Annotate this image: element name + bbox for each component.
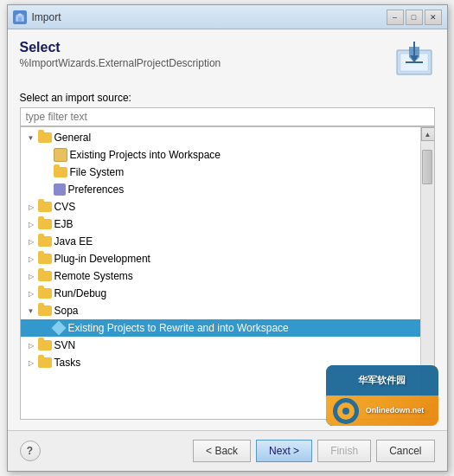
- tree-item-cvs[interactable]: ▷ CVS: [21, 198, 420, 215]
- tree-item-file-system-label: File System: [70, 166, 125, 178]
- existing-projects-icon: [54, 148, 67, 162]
- expand-arrow-java-ee: ▷: [26, 236, 36, 247]
- title-bar-left: Import: [13, 10, 61, 24]
- tree-item-remote[interactable]: ▷ Remote Systems: [21, 267, 420, 285]
- tree-item-tasks-label: Tasks: [54, 357, 81, 369]
- tree-item-rundebug-label: Run/Debug: [54, 287, 107, 299]
- next-button[interactable]: Next >: [256, 440, 312, 462]
- source-label: Select an import source:: [20, 92, 435, 104]
- expand-arrow-ejb: ▷: [26, 219, 36, 229]
- tree-item-svn[interactable]: ▷ SVN: [21, 337, 420, 354]
- tree-item-svn-label: SVN: [54, 339, 76, 351]
- expand-arrow-plugin: ▷: [26, 254, 36, 264]
- watermark-overlay: 华军软件园 Onlinedown.net: [326, 365, 438, 426]
- tree-item-existing-projects[interactable]: ▷ Existing Projects into Workspace: [21, 146, 420, 164]
- tree-item-existing-rewrite[interactable]: ▷ Existing Projects to Rewrite and into …: [21, 319, 420, 337]
- tree-item-preferences-label: Preferences: [68, 183, 125, 196]
- expand-arrow-sopa: ▼: [26, 306, 36, 316]
- tree-item-general-label: General: [54, 132, 92, 144]
- header-row: Select %ImportWizards.ExternalProjectDes…: [20, 40, 435, 80]
- button-row: ? < Back Next > Finish Cancel: [20, 440, 435, 462]
- folder-rundebug-icon: [38, 288, 52, 299]
- tree-item-existing-projects-label: Existing Projects into Workspace: [70, 149, 221, 161]
- tree-item-general[interactable]: ▼ General: [21, 129, 420, 146]
- close-button[interactable]: ✕: [425, 10, 442, 25]
- watermark-top-text: 华军软件园: [358, 374, 406, 386]
- window-title: Import: [32, 11, 61, 23]
- tree-item-sopa-label: Sopa: [54, 305, 79, 317]
- expand-arrow-cvs: ▷: [26, 202, 36, 212]
- section-subtitle: %ImportWizards.ExternalProjectDescriptio…: [20, 57, 221, 69]
- tree-item-file-system[interactable]: ▷ File System: [21, 164, 420, 181]
- import-dialog: Import – □ ✕ Select %ImportWizards.Exter…: [7, 4, 448, 472]
- folder-file-system-icon: [54, 167, 67, 177]
- tree-item-plugin-dev[interactable]: ▷ Plug-in Development: [21, 250, 420, 267]
- title-controls: – □ ✕: [387, 10, 442, 25]
- tree-item-preferences[interactable]: ▷ Preferences: [21, 181, 420, 198]
- tree-item-sopa[interactable]: ▼ Sopa: [21, 302, 420, 319]
- folder-remote-icon: [38, 271, 52, 281]
- tree-item-rundebug[interactable]: ▷ Run/Debug: [21, 285, 420, 302]
- finish-button[interactable]: Finish: [317, 440, 371, 462]
- tree-item-ejb[interactable]: ▷ EJB: [21, 215, 420, 233]
- diamond-rewrite-icon: [51, 321, 66, 336]
- expand-arrow-rundebug: ▷: [26, 288, 36, 299]
- tree-item-java-ee[interactable]: ▷ Java EE: [21, 233, 420, 250]
- tree-item-existing-rewrite-label: Existing Projects to Rewrite and into Wo…: [68, 322, 289, 334]
- cancel-button[interactable]: Cancel: [376, 440, 434, 462]
- expand-arrow-tasks: ▷: [26, 357, 36, 368]
- folder-tasks-icon: [38, 357, 52, 368]
- watermark-bottom-text: Onlinedown.net: [366, 406, 425, 416]
- expand-arrow-svn: ▷: [26, 340, 36, 351]
- footer-area: ? < Back Next > Finish Cancel: [8, 430, 447, 471]
- folder-plugin-icon: [38, 254, 52, 264]
- scroll-up-button[interactable]: ▲: [421, 127, 435, 141]
- folder-sopa-icon: [38, 306, 52, 316]
- header-texts: Select %ImportWizards.ExternalProjectDes…: [20, 40, 221, 80]
- tree-item-plugin-label: Plug-in Development: [54, 253, 150, 265]
- minimize-button[interactable]: –: [387, 10, 404, 25]
- tree-item-cvs-label: CVS: [54, 201, 76, 213]
- back-button[interactable]: < Back: [193, 440, 251, 462]
- window-icon: [13, 10, 27, 24]
- section-title: Select: [20, 40, 221, 55]
- folder-ejb-icon: [38, 219, 52, 229]
- import-icon-svg: [393, 40, 435, 76]
- title-bar: Import – □ ✕: [8, 5, 447, 29]
- scroll-thumb[interactable]: [422, 150, 432, 184]
- folder-svn-icon: [38, 340, 52, 351]
- help-button[interactable]: ?: [20, 441, 41, 461]
- folder-java-ee-icon: [38, 236, 52, 247]
- maximize-button[interactable]: □: [406, 10, 423, 25]
- action-buttons: < Back Next > Finish Cancel: [193, 440, 434, 462]
- prefs-icon: [54, 183, 66, 196]
- folder-general-icon: [38, 132, 52, 143]
- tree-item-remote-label: Remote Systems: [54, 270, 133, 282]
- expand-arrow-general: ▼: [26, 132, 36, 143]
- filter-input[interactable]: [20, 107, 435, 126]
- import-graphic-icon: [393, 40, 435, 79]
- tree-item-java-ee-label: Java EE: [54, 235, 93, 248]
- folder-cvs-icon: [38, 202, 52, 212]
- source-section: Select an import source:: [20, 92, 435, 126]
- expand-arrow-remote: ▷: [26, 271, 36, 281]
- svg-rect-1: [18, 17, 22, 22]
- tree-item-ejb-label: EJB: [54, 218, 74, 230]
